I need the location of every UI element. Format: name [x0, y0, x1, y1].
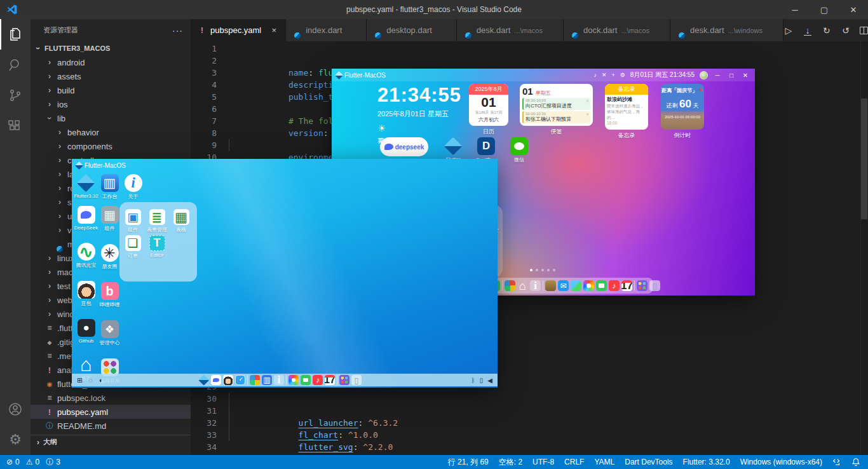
- desktop-app[interactable]: 朋友圈: [98, 244, 121, 270]
- dock-icon[interactable]: [351, 375, 362, 385]
- maximize-button[interactable]: ▢: [810, 0, 839, 19]
- group-app[interactable]: 组件: [121, 209, 145, 233]
- menubar-icon[interactable]: ♪: [593, 72, 597, 78]
- dock-icon[interactable]: [571, 280, 581, 291]
- dock-icon[interactable]: [223, 375, 233, 385]
- app-icon[interactable]: [173, 209, 189, 225]
- app-icon[interactable]: [444, 137, 462, 155]
- page-dot[interactable]: [547, 269, 550, 271]
- status-item[interactable]: Flutter: 3.32.0: [683, 457, 730, 468]
- desktop-app[interactable]: 关于: [121, 174, 145, 200]
- dock-icon[interactable]: [609, 280, 620, 291]
- tree-item[interactable]: build: [31, 83, 191, 97]
- problems-item[interactable]: ⚠ 0: [26, 458, 39, 466]
- menubar-icon[interactable]: ✕: [602, 72, 607, 78]
- tree-item[interactable]: android: [31, 55, 191, 69]
- notes-widget[interactable]: 01 星期五 08:30-10:00 向CTO汇报项目进度 ✕ 10:00-10…: [520, 84, 593, 126]
- desktop-app[interactable]: 豆包: [74, 281, 98, 307]
- dock-icon[interactable]: [262, 375, 272, 385]
- status-item[interactable]: UTF-8: [532, 457, 554, 468]
- status-item[interactable]: CRLF: [564, 457, 584, 468]
- note-item[interactable]: 08:30-10:00 向CTO汇报项目进度 ✕: [522, 98, 590, 110]
- dock-icon[interactable]: [247, 375, 248, 385]
- deepseek-pill[interactable]: deepseek: [380, 137, 428, 156]
- page-dot[interactable]: [530, 269, 532, 271]
- dock-icon[interactable]: 17: [325, 375, 335, 385]
- editor-tab[interactable]: pubspec.yaml ×: [191, 19, 286, 41]
- app-icon[interactable]: [78, 243, 95, 261]
- status-item[interactable]: Dart DevTools: [625, 457, 672, 468]
- run-without-debug-icon[interactable]: ↓: [803, 25, 813, 36]
- search-icon[interactable]: [0, 50, 31, 80]
- user-avatar[interactable]: [700, 71, 708, 79]
- memo-widget[interactable]: 备忘录 鼓浪屿沙滩 我常这样漫步海边，体味海的气息，海的… 18:00: [605, 84, 648, 130]
- app1-title-bar[interactable]: Flutter-MacOS: [72, 159, 498, 172]
- editor-scrollbar[interactable]: [860, 41, 868, 455]
- group-app[interactable]: Editor: [145, 235, 169, 259]
- close-button[interactable]: ✕: [839, 0, 868, 19]
- app2-maximize-button[interactable]: □: [727, 72, 736, 79]
- explorer-icon[interactable]: [0, 19, 31, 50]
- dock-icon[interactable]: i: [274, 375, 284, 385]
- menubar-icon[interactable]: ⚙: [620, 72, 625, 78]
- flutter-macos-app-window-front[interactable]: Flutter-MacOS Flutter3.32 工作台 关于: [72, 159, 498, 388]
- app-icon[interactable]: [125, 235, 141, 251]
- dock-icon[interactable]: [649, 280, 660, 291]
- desktop-app[interactable]: 哔哩哔哩: [98, 282, 121, 308]
- explorer-more-icon[interactable]: ···: [172, 25, 183, 36]
- status-item[interactable]: YAML: [594, 457, 614, 468]
- problems-item[interactable]: ⓘ 3: [46, 457, 60, 468]
- menubar-icon[interactable]: +: [611, 72, 614, 78]
- settings-gear-icon[interactable]: ⚙: [0, 425, 31, 455]
- app-icon[interactable]: [101, 206, 119, 224]
- minimize-button[interactable]: ─: [780, 0, 810, 19]
- app-icon[interactable]: [101, 244, 119, 262]
- tree-item[interactable]: behavior: [31, 125, 191, 139]
- editor-tab[interactable]: index.dart: [286, 19, 367, 41]
- problems-item[interactable]: ⊘ 0: [6, 458, 20, 466]
- tree-item[interactable]: assets: [31, 69, 191, 83]
- editor-tab[interactable]: desk.dart ...\macos: [457, 19, 564, 41]
- app2-close-button[interactable]: ✕: [741, 72, 750, 79]
- calendar-widget[interactable]: 2025年8月 01 第186天 第27周 六月初六: [469, 84, 508, 126]
- app-icon[interactable]: [101, 320, 119, 338]
- notifications-bell-icon[interactable]: [851, 458, 860, 466]
- system-icon[interactable]: ◌: [88, 376, 93, 384]
- run-button[interactable]: ▷: [783, 25, 794, 36]
- app-icon[interactable]: [78, 281, 95, 299]
- editor-tab[interactable]: desk.dart ...\windows: [670, 19, 783, 41]
- dock-icon[interactable]: [634, 280, 635, 291]
- source-control-icon[interactable]: [0, 80, 31, 111]
- app-icon[interactable]: [78, 319, 95, 337]
- app-icon[interactable]: [149, 209, 165, 225]
- group-app[interactable]: 表格: [169, 209, 193, 233]
- dock-icon[interactable]: [339, 375, 349, 385]
- app2-minimize-button[interactable]: ─: [713, 72, 722, 79]
- tab-close-icon[interactable]: ×: [269, 25, 279, 35]
- system-icon[interactable]: ◖: [98, 376, 103, 384]
- desktop-app[interactable]: Github: [74, 319, 98, 344]
- tree-item[interactable]: components: [31, 139, 191, 153]
- editor-tab[interactable]: desktop.dart: [367, 19, 457, 41]
- status-icon[interactable]: ▯: [480, 377, 484, 384]
- dock-icon[interactable]: [505, 280, 515, 291]
- dock-icon[interactable]: [596, 280, 607, 291]
- dock-icon[interactable]: i: [530, 280, 541, 291]
- dock-icon[interactable]: 17: [621, 280, 632, 291]
- app1-dock[interactable]: i17: [199, 375, 362, 385]
- app-icon[interactable]: [101, 174, 119, 192]
- dock-icon[interactable]: [558, 280, 569, 291]
- dock-icon[interactable]: [637, 280, 648, 291]
- desktop-app[interactable]: DeepSeek: [74, 206, 98, 231]
- countdown-widget[interactable]: 距离「国庆节」 ⚑ 还剩 60 天 2025-10-01 00:00:00: [661, 84, 704, 130]
- desktop-app[interactable]: 微信: [508, 137, 530, 163]
- dock-icon[interactable]: [313, 375, 323, 385]
- tree-item[interactable]: pubspec.yaml: [31, 405, 191, 419]
- sync-icon[interactable]: ↻: [822, 25, 832, 36]
- dock-icon[interactable]: [235, 375, 245, 385]
- status-icon[interactable]: ◀: [487, 377, 492, 384]
- remote-window-icon[interactable]: [832, 458, 841, 466]
- tree-item[interactable]: ios: [31, 97, 191, 111]
- history-icon[interactable]: ↺: [841, 25, 851, 36]
- scrollbar-thumb[interactable]: [861, 99, 867, 219]
